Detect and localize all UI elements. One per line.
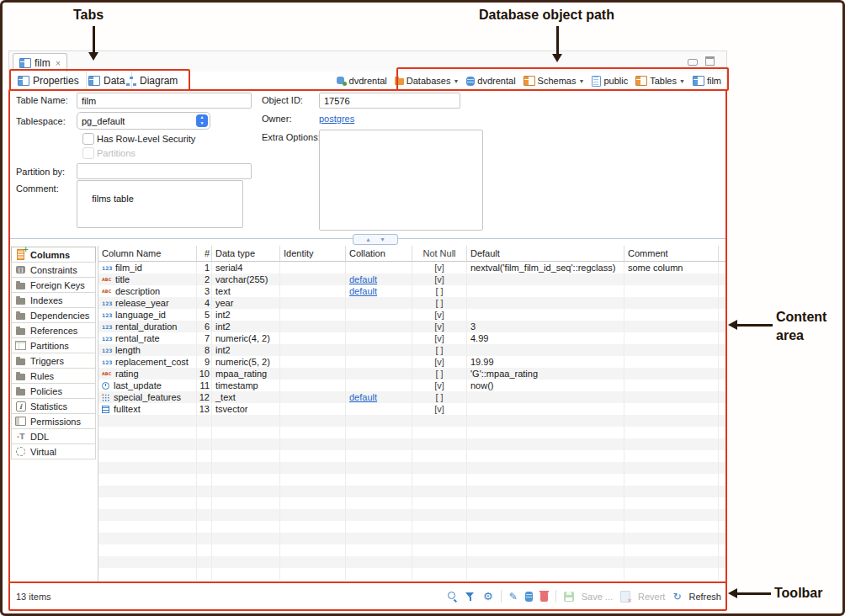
collation-default-link[interactable]: default [349,274,377,284]
add-column-icon[interactable] [525,592,533,602]
cell-comment[interactable] [624,285,719,297]
breadcrumb-item-database[interactable]: dvdrental [466,76,515,86]
tab-properties[interactable]: Properties [11,72,87,90]
cell-not-null-checkbox[interactable]: [v] [412,356,467,368]
cell-identity[interactable] [280,391,346,403]
cell-collation[interactable]: default [346,273,412,285]
cell-comment[interactable] [624,297,719,309]
cell-default[interactable]: 3 [467,321,624,332]
table-row-last_update[interactable]: last_update11timestamp[v]now() [98,380,726,391]
cell-column-name[interactable]: rating [98,368,197,380]
cell-comment[interactable] [624,332,719,344]
cell-not-null-checkbox[interactable]: [ ] [412,344,467,356]
cell-default[interactable] [467,273,624,285]
sidebar-item-rules[interactable]: Rules [11,368,96,384]
cell-identity[interactable] [280,309,346,321]
sidebar-item-foreign-keys[interactable]: Foreign Keys [11,277,96,293]
breadcrumb-item-film[interactable]: film [693,76,721,86]
breadcrumb-item-connection[interactable]: dvdrental [337,76,387,86]
cell-not-null-checkbox[interactable]: [v] [412,403,467,415]
search-icon[interactable] [448,592,458,602]
cell-identity[interactable] [280,344,346,356]
breadcrumb-item-databases[interactable]: Databases ▼ [395,76,460,86]
cell-comment[interactable] [624,356,719,368]
sidebar-item-policies[interactable]: Policies [11,383,96,399]
cell-not-null-checkbox[interactable]: [v] [412,332,467,344]
cell-ordinal[interactable]: 9 [197,356,212,368]
close-tab-icon[interactable]: × [56,58,61,68]
table-row-language_id[interactable]: language_id5int2[v] [98,309,726,321]
cell-default[interactable] [467,403,624,415]
cell-comment[interactable] [624,368,719,380]
cell-column-name[interactable]: film_id [98,262,197,273]
cell-identity[interactable] [280,321,346,332]
sidebar-item-partitions[interactable]: Partitions [11,337,96,353]
cell-default[interactable] [467,285,624,297]
cell-collation[interactable]: default [346,391,412,403]
cell-not-null-checkbox[interactable]: [v] [412,262,467,273]
collation-default-link[interactable]: default [349,392,377,402]
sidebar-item-statistics[interactable]: iStatistics [11,398,96,414]
cell-data-type[interactable]: serial4 [212,262,280,273]
cell-ordinal[interactable]: 11 [197,380,212,391]
cell-collation[interactable] [346,356,412,368]
cell-ordinal[interactable]: 12 [197,391,212,403]
cell-column-name[interactable]: release_year [98,297,197,309]
table-row-release_year[interactable]: release_year4year[ ] [98,297,726,309]
breadcrumb-item-schemas[interactable]: Schemas ▼ [523,76,585,86]
table-row-fulltext[interactable]: fulltext13tsvector[v] [98,403,726,415]
cell-column-name[interactable]: replacement_cost [98,356,197,368]
table-row-film_id[interactable]: film_id1serial4[v]nextval('film_film_id_… [98,262,726,273]
cell-column-name[interactable]: last_update [98,380,197,391]
cell-data-type[interactable]: timestamp [212,380,280,391]
cell-comment[interactable] [624,344,719,356]
splitter-handle[interactable]: ▲ ▼ [353,234,398,245]
cell-data-type[interactable]: _text [212,391,280,403]
table-row-rating[interactable]: rating10mpaa_rating[ ]'G'::mpaa_rating [98,368,726,380]
cell-ordinal[interactable]: 6 [197,321,212,332]
cell-data-type[interactable]: mpaa_rating [212,368,280,380]
cell-collation[interactable] [346,344,412,356]
sidebar-item-constraints[interactable]: []Constraints [11,262,96,278]
cell-identity[interactable] [280,332,346,344]
cell-default[interactable] [467,344,624,356]
object-id-input[interactable]: 17576 [319,93,460,109]
cell-ordinal[interactable]: 7 [197,332,212,344]
sidebar-item-dependencies[interactable]: Dependencies [11,307,96,323]
header-comment[interactable]: Comment [624,246,719,261]
cell-identity[interactable] [280,403,346,415]
table-name-input[interactable]: film [77,93,252,109]
sidebar-item-virtual[interactable]: Virtual [11,443,96,459]
maximize-icon[interactable] [705,56,715,66]
row-level-security-checkbox[interactable] [82,133,94,145]
cell-not-null-checkbox[interactable]: [ ] [412,297,467,309]
sidebar-item-references[interactable]: References [11,322,96,338]
filter-icon[interactable] [465,592,476,602]
table-row-special_features[interactable]: special_features12_textdefault[ ] [98,391,726,403]
cell-collation[interactable] [346,380,412,391]
cell-not-null-checkbox[interactable]: [v] [412,380,467,391]
cell-default[interactable]: 19.99 [467,356,624,368]
header-collation[interactable]: Collation [346,246,412,261]
cell-ordinal[interactable]: 1 [197,262,212,273]
cell-ordinal[interactable]: 4 [197,297,212,309]
cell-comment[interactable] [624,403,719,415]
cell-data-type[interactable]: numeric(4, 2) [212,332,280,344]
cell-collation[interactable] [346,262,412,273]
cell-column-name[interactable]: language_id [98,309,197,321]
sidebar-item-columns[interactable]: Columns [11,247,96,263]
table-row-description[interactable]: description3textdefault[ ] [98,285,726,297]
sidebar-item-triggers[interactable]: Triggers [11,353,96,369]
cell-identity[interactable] [280,368,346,380]
cell-data-type[interactable]: int2 [212,309,280,321]
partitions-checkbox[interactable] [82,147,94,159]
cell-default[interactable] [467,391,624,403]
cell-default[interactable]: 4.99 [467,332,624,344]
cell-default[interactable]: 'G'::mpaa_rating [467,368,624,380]
gear-icon[interactable]: ⚙ [483,591,493,602]
cell-data-type[interactable]: varchar(255) [212,273,280,285]
breadcrumb-item-tables[interactable]: Tables ▼ [635,76,685,86]
revert-button[interactable]: Revert [638,592,665,602]
cell-collation[interactable]: default [346,285,412,297]
cell-ordinal[interactable]: 8 [197,344,212,356]
